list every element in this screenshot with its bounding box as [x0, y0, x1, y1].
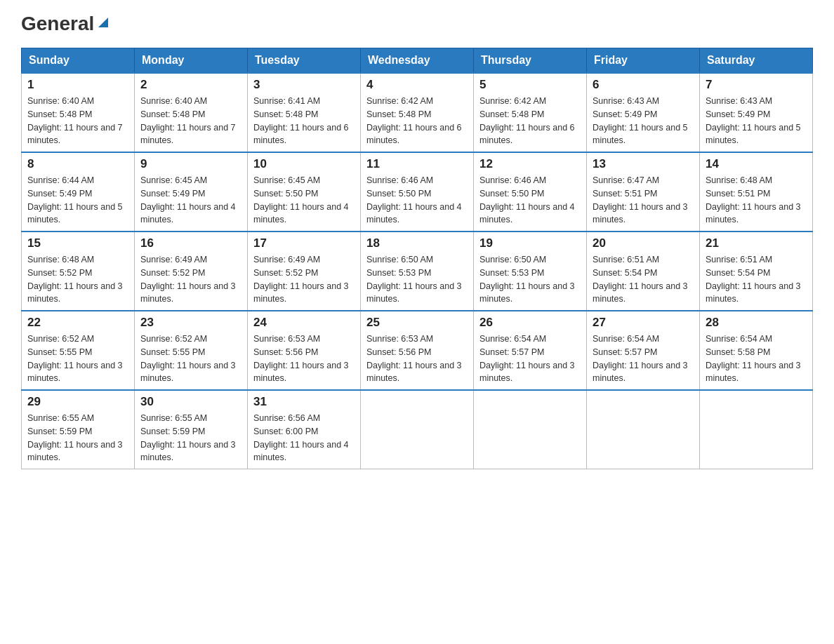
week-row-2: 8 Sunrise: 6:44 AM Sunset: 5:49 PM Dayli…: [22, 152, 813, 232]
calendar-cell: 17 Sunrise: 6:49 AM Sunset: 5:52 PM Dayl…: [248, 232, 361, 311]
day-number: 10: [253, 157, 355, 171]
day-info: Sunrise: 6:40 AM Sunset: 5:48 PM Dayligh…: [140, 95, 241, 147]
calendar-cell: 25 Sunrise: 6:53 AM Sunset: 5:56 PM Dayl…: [361, 311, 474, 390]
day-number: 16: [140, 236, 241, 250]
calendar-cell: 28 Sunrise: 6:54 AM Sunset: 5:58 PM Dayl…: [700, 311, 813, 390]
weekday-header-friday: Friday: [587, 48, 700, 74]
day-info: Sunrise: 6:42 AM Sunset: 5:48 PM Dayligh…: [479, 95, 581, 147]
day-info: Sunrise: 6:49 AM Sunset: 5:52 PM Dayligh…: [140, 253, 241, 306]
calendar-cell: [587, 390, 700, 469]
calendar-cell: 9 Sunrise: 6:45 AM Sunset: 5:49 PM Dayli…: [135, 152, 248, 232]
day-info: Sunrise: 6:45 AM Sunset: 5:50 PM Dayligh…: [253, 174, 355, 227]
day-info: Sunrise: 6:56 AM Sunset: 6:00 PM Dayligh…: [253, 412, 355, 464]
week-row-4: 22 Sunrise: 6:52 AM Sunset: 5:55 PM Dayl…: [22, 311, 813, 390]
day-number: 22: [27, 316, 128, 330]
day-info: Sunrise: 6:52 AM Sunset: 5:55 PM Dayligh…: [27, 333, 128, 385]
day-info: Sunrise: 6:43 AM Sunset: 5:49 PM Dayligh…: [706, 95, 807, 147]
day-number: 6: [593, 78, 694, 92]
day-number: 19: [479, 236, 581, 250]
week-row-3: 15 Sunrise: 6:48 AM Sunset: 5:52 PM Dayl…: [22, 232, 813, 311]
day-info: Sunrise: 6:42 AM Sunset: 5:48 PM Dayligh…: [366, 95, 468, 147]
day-number: 25: [366, 316, 468, 330]
day-number: 20: [593, 236, 694, 250]
day-info: Sunrise: 6:46 AM Sunset: 5:50 PM Dayligh…: [479, 174, 581, 227]
calendar-cell: 18 Sunrise: 6:50 AM Sunset: 5:53 PM Dayl…: [361, 232, 474, 311]
calendar-cell: 2 Sunrise: 6:40 AM Sunset: 5:48 PM Dayli…: [135, 73, 248, 152]
calendar-cell: 21 Sunrise: 6:51 AM Sunset: 5:54 PM Dayl…: [700, 232, 813, 311]
day-number: 13: [593, 157, 694, 171]
calendar-cell: [700, 390, 813, 469]
calendar-cell: [474, 390, 587, 469]
day-info: Sunrise: 6:55 AM Sunset: 5:59 PM Dayligh…: [140, 412, 241, 464]
day-info: Sunrise: 6:45 AM Sunset: 5:49 PM Dayligh…: [140, 174, 241, 227]
day-number: 2: [140, 78, 241, 92]
day-number: 12: [479, 157, 581, 171]
day-number: 28: [706, 316, 807, 330]
day-number: 29: [27, 395, 128, 409]
day-info: Sunrise: 6:53 AM Sunset: 5:56 PM Dayligh…: [366, 333, 468, 385]
calendar-cell: 20 Sunrise: 6:51 AM Sunset: 5:54 PM Dayl…: [587, 232, 700, 311]
day-number: 15: [27, 236, 128, 250]
day-number: 23: [140, 316, 241, 330]
calendar-cell: 6 Sunrise: 6:43 AM Sunset: 5:49 PM Dayli…: [587, 73, 700, 152]
calendar-cell: 14 Sunrise: 6:48 AM Sunset: 5:51 PM Dayl…: [700, 152, 813, 232]
day-info: Sunrise: 6:41 AM Sunset: 5:48 PM Dayligh…: [253, 95, 355, 147]
day-info: Sunrise: 6:54 AM Sunset: 5:58 PM Dayligh…: [706, 333, 807, 385]
calendar-cell: 12 Sunrise: 6:46 AM Sunset: 5:50 PM Dayl…: [474, 152, 587, 232]
calendar-cell: 15 Sunrise: 6:48 AM Sunset: 5:52 PM Dayl…: [22, 232, 135, 311]
calendar-cell: 7 Sunrise: 6:43 AM Sunset: 5:49 PM Dayli…: [700, 73, 813, 152]
day-number: 11: [366, 157, 468, 171]
calendar-cell: 31 Sunrise: 6:56 AM Sunset: 6:00 PM Dayl…: [248, 390, 361, 469]
day-info: Sunrise: 6:52 AM Sunset: 5:55 PM Dayligh…: [140, 333, 241, 385]
day-info: Sunrise: 6:51 AM Sunset: 5:54 PM Dayligh…: [593, 253, 694, 306]
day-number: 21: [706, 236, 807, 250]
day-info: Sunrise: 6:54 AM Sunset: 5:57 PM Dayligh…: [479, 333, 581, 385]
day-number: 31: [253, 395, 355, 409]
day-info: Sunrise: 6:44 AM Sunset: 5:49 PM Dayligh…: [27, 174, 128, 227]
calendar-cell: 30 Sunrise: 6:55 AM Sunset: 5:59 PM Dayl…: [135, 390, 248, 469]
day-info: Sunrise: 6:50 AM Sunset: 5:53 PM Dayligh…: [479, 253, 581, 306]
day-number: 26: [479, 316, 581, 330]
calendar-cell: [361, 390, 474, 469]
day-number: 8: [27, 157, 128, 171]
calendar-cell: 11 Sunrise: 6:46 AM Sunset: 5:50 PM Dayl…: [361, 152, 474, 232]
calendar-cell: 16 Sunrise: 6:49 AM Sunset: 5:52 PM Dayl…: [135, 232, 248, 311]
weekday-header-wednesday: Wednesday: [361, 48, 474, 74]
day-info: Sunrise: 6:43 AM Sunset: 5:49 PM Dayligh…: [593, 95, 694, 147]
day-number: 24: [253, 316, 355, 330]
calendar-cell: 3 Sunrise: 6:41 AM Sunset: 5:48 PM Dayli…: [248, 73, 361, 152]
calendar-cell: 29 Sunrise: 6:55 AM Sunset: 5:59 PM Dayl…: [22, 390, 135, 469]
day-number: 9: [140, 157, 241, 171]
logo-general: General: [21, 14, 94, 34]
day-number: 4: [366, 78, 468, 92]
day-info: Sunrise: 6:48 AM Sunset: 5:52 PM Dayligh…: [27, 253, 128, 306]
day-info: Sunrise: 6:46 AM Sunset: 5:50 PM Dayligh…: [366, 174, 468, 227]
day-number: 5: [479, 78, 581, 92]
calendar-table: SundayMondayTuesdayWednesdayThursdayFrid…: [21, 48, 813, 469]
weekday-header-row: SundayMondayTuesdayWednesdayThursdayFrid…: [22, 48, 813, 74]
week-row-1: 1 Sunrise: 6:40 AM Sunset: 5:48 PM Dayli…: [22, 73, 813, 152]
day-info: Sunrise: 6:50 AM Sunset: 5:53 PM Dayligh…: [366, 253, 468, 306]
page-header: General: [21, 14, 813, 34]
day-number: 18: [366, 236, 468, 250]
day-number: 7: [706, 78, 807, 92]
weekday-header-thursday: Thursday: [474, 48, 587, 74]
calendar-cell: 26 Sunrise: 6:54 AM Sunset: 5:57 PM Dayl…: [474, 311, 587, 390]
day-info: Sunrise: 6:54 AM Sunset: 5:57 PM Dayligh…: [593, 333, 694, 385]
logo: General: [21, 14, 111, 34]
day-number: 17: [253, 236, 355, 250]
calendar-cell: 22 Sunrise: 6:52 AM Sunset: 5:55 PM Dayl…: [22, 311, 135, 390]
weekday-header-tuesday: Tuesday: [248, 48, 361, 74]
calendar-cell: 19 Sunrise: 6:50 AM Sunset: 5:53 PM Dayl…: [474, 232, 587, 311]
calendar-cell: 1 Sunrise: 6:40 AM Sunset: 5:48 PM Dayli…: [22, 73, 135, 152]
day-number: 27: [593, 316, 694, 330]
week-row-5: 29 Sunrise: 6:55 AM Sunset: 5:59 PM Dayl…: [22, 390, 813, 469]
calendar-cell: 13 Sunrise: 6:47 AM Sunset: 5:51 PM Dayl…: [587, 152, 700, 232]
day-info: Sunrise: 6:40 AM Sunset: 5:48 PM Dayligh…: [27, 95, 128, 147]
weekday-header-saturday: Saturday: [700, 48, 813, 74]
svg-marker-0: [98, 18, 108, 27]
calendar-cell: 4 Sunrise: 6:42 AM Sunset: 5:48 PM Dayli…: [361, 73, 474, 152]
day-info: Sunrise: 6:55 AM Sunset: 5:59 PM Dayligh…: [27, 412, 128, 464]
day-info: Sunrise: 6:53 AM Sunset: 5:56 PM Dayligh…: [253, 333, 355, 385]
logo-triangle-icon: [95, 15, 111, 30]
